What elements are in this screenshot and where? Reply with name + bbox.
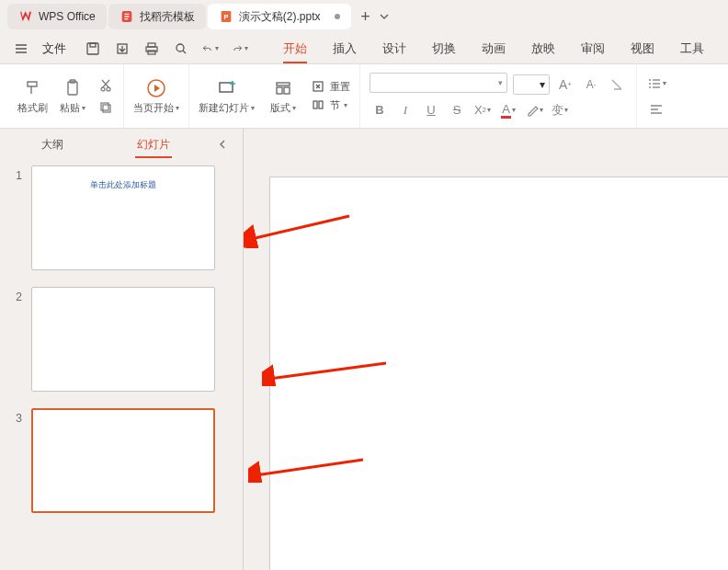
thumbnail-row: 1 单击此处添加标题	[9, 165, 233, 270]
tab-app-label: WPS Office	[39, 10, 96, 23]
svg-rect-18	[277, 83, 290, 86]
tab-start[interactable]: 开始	[270, 35, 320, 63]
wps-logo-icon	[18, 9, 33, 24]
section-button[interactable]: 节 ▾	[312, 98, 350, 113]
svg-point-26	[649, 86, 651, 88]
ribbon-tabs: 开始 插入 设计 切换 动画 放映 审阅 视图 工具	[270, 35, 717, 63]
ribbon-slides-group: 新建幻灯片▾ 版式▾ 重置 节 ▾	[189, 64, 360, 128]
svg-point-9	[176, 44, 184, 51]
outline-tab[interactable]: 大纲	[40, 133, 65, 156]
strikethrough-button[interactable]: S	[447, 100, 467, 120]
svg-rect-14	[101, 103, 108, 110]
tab-insert[interactable]: 插入	[320, 35, 370, 63]
bullets-button[interactable]: ▾	[646, 74, 666, 94]
print-preview-icon[interactable]	[173, 40, 189, 57]
svg-text:P: P	[223, 13, 228, 21]
font-color-button[interactable]: A▾	[498, 100, 518, 120]
redo-button[interactable]: ▾	[232, 40, 248, 57]
tab-templates-label: 找稻壳模板	[140, 9, 195, 25]
tab-templates[interactable]: 找稻壳模板	[108, 4, 206, 29]
svg-point-25	[649, 83, 651, 85]
thumbnails-list: 1 单击此处添加标题 2 3	[0, 160, 243, 570]
new-tab-button[interactable]: +	[353, 5, 377, 28]
reset-button[interactable]: 重置	[312, 80, 350, 95]
title-tab-bar: WPS Office 找稻壳模板 P 演示文稿(2).pptx +	[0, 0, 728, 33]
export-icon[interactable]	[114, 40, 131, 57]
menu-icon[interactable]	[13, 40, 29, 57]
underline-button[interactable]: U	[421, 100, 441, 120]
tab-document-label: 演示文稿(2).pptx	[239, 9, 321, 25]
main-area: 大纲 幻灯片 1 单击此处添加标题 2 3	[0, 129, 728, 570]
subscript-button[interactable]: X2▾	[472, 100, 493, 120]
docer-icon	[119, 9, 134, 24]
paste-button[interactable]: 粘贴▾	[57, 78, 88, 115]
play-icon	[146, 78, 166, 98]
quick-access-toolbar: 文件 ▾ ▾	[13, 40, 248, 57]
copy-icon[interactable]	[97, 99, 114, 116]
svg-rect-8	[148, 51, 155, 54]
cut-icon[interactable]	[97, 77, 114, 94]
unsaved-indicator-icon	[335, 14, 340, 19]
slides-tab[interactable]: 幻灯片	[135, 133, 172, 156]
increase-font-icon[interactable]: A+	[555, 74, 575, 95]
svg-rect-22	[313, 101, 317, 108]
thumbnail-number: 2	[9, 287, 31, 303]
italic-button[interactable]: I	[395, 100, 415, 120]
print-icon[interactable]	[143, 40, 160, 57]
reset-icon	[312, 80, 326, 95]
tab-view[interactable]: 视图	[618, 35, 667, 63]
clear-format-icon[interactable]	[607, 74, 627, 95]
tab-list-dropdown[interactable]	[377, 5, 392, 28]
tab-app-home[interactable]: WPS Office	[7, 4, 107, 29]
format-painter-button[interactable]: 格式刷	[17, 78, 48, 115]
svg-rect-23	[319, 101, 323, 108]
presentation-file-icon: P	[219, 9, 233, 24]
thumbnail-number: 3	[9, 408, 31, 425]
format-painter-icon	[22, 78, 42, 98]
ribbon-paragraph-group: ▾	[637, 64, 676, 128]
slide-panel-header: 大纲 幻灯片	[0, 129, 243, 160]
slide-thumbnail-3[interactable]	[31, 408, 215, 513]
slide-thumbnail-1[interactable]: 单击此处添加标题	[31, 165, 215, 270]
undo-button[interactable]: ▾	[202, 40, 219, 57]
tab-slideshow[interactable]: 放映	[518, 35, 568, 63]
paste-icon	[63, 78, 83, 98]
bold-button[interactable]: B	[370, 100, 390, 120]
svg-rect-10	[68, 82, 77, 95]
slide-thumbnail-2[interactable]	[31, 287, 215, 392]
save-icon[interactable]	[85, 40, 101, 57]
decrease-font-icon[interactable]: A-	[581, 74, 601, 95]
file-menu[interactable]: 文件	[42, 40, 66, 57]
new-slide-button[interactable]: 新建幻灯片▾	[199, 78, 255, 115]
slide-canvas[interactable]	[269, 177, 728, 570]
text-effects-button[interactable]: 变▾	[550, 100, 570, 120]
svg-rect-3	[87, 43, 98, 54]
section-icon	[312, 98, 326, 113]
layout-button[interactable]: 版式▾	[264, 78, 302, 115]
align-button[interactable]	[646, 99, 666, 120]
tab-document[interactable]: P 演示文稿(2).pptx	[208, 4, 352, 29]
ribbon-slideshow-group: 当页开始▾	[124, 64, 189, 128]
slide-panel: 大纲 幻灯片 1 单击此处添加标题 2 3	[0, 129, 244, 570]
highlight-button[interactable]: ▾	[524, 100, 544, 120]
clipboard-small-buttons	[97, 77, 114, 116]
collapse-panel-icon[interactable]	[215, 140, 230, 149]
tab-transition[interactable]: 切换	[419, 35, 469, 63]
svg-point-24	[649, 79, 651, 81]
tab-animation[interactable]: 动画	[469, 35, 518, 63]
font-size-select[interactable]: ▾	[513, 74, 550, 95]
thumbnail-number: 1	[9, 165, 31, 182]
from-current-button[interactable]: 当页开始▾	[133, 78, 179, 115]
thumbnail-row: 2	[9, 287, 233, 392]
tab-tools[interactable]: 工具	[667, 35, 717, 63]
ribbon-clipboard-group: 格式刷 粘贴▾	[7, 64, 124, 128]
ribbon-font-group: ▾ ▾ A+ A- B I U S X2▾ A▾ ▾ 变▾	[360, 64, 637, 128]
font-family-select[interactable]: ▾	[370, 73, 507, 93]
svg-rect-19	[277, 87, 282, 94]
thumbnail-row: 3	[9, 408, 233, 513]
tab-review[interactable]: 审阅	[568, 35, 618, 63]
svg-rect-4	[90, 43, 96, 47]
menu-bar: 文件 ▾ ▾ 开始 插入 设计 切换 动画 放映 审阅 视图 工具	[0, 33, 728, 64]
tab-design[interactable]: 设计	[370, 35, 419, 63]
new-slide-icon	[217, 78, 237, 98]
